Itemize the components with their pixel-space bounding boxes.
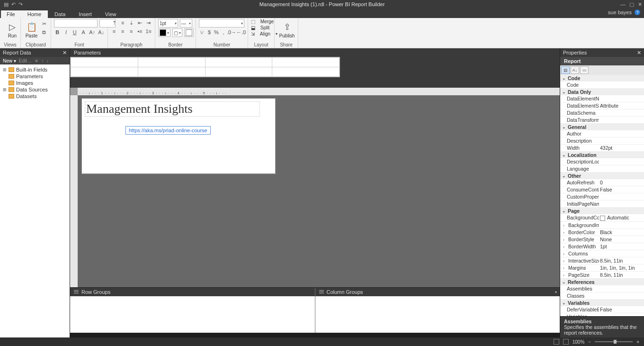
currency-icon[interactable]: $: [207, 28, 212, 36]
properties-close-icon[interactable]: ✕: [637, 50, 641, 56]
prop-row[interactable]: DataTransform: [560, 117, 644, 124]
design-view-icon[interactable]: [554, 339, 559, 345]
shrink-font-icon[interactable]: A↓: [98, 28, 105, 36]
fill-color-dropdown[interactable]: [184, 28, 194, 37]
properties-object[interactable]: Report: [560, 57, 644, 65]
prop-row[interactable]: DataElementStyleAttribute: [560, 102, 644, 109]
copy-icon[interactable]: ⧉: [40, 28, 48, 36]
report-body[interactable]: Management Insights https://aka.ms/priad…: [81, 98, 276, 174]
bold-button[interactable]: B: [54, 28, 61, 36]
prop-row[interactable]: BorderWidth1pt: [560, 243, 644, 250]
decrease-indent-icon[interactable]: ⇤: [137, 19, 143, 27]
close-icon[interactable]: ✕: [638, 1, 642, 8]
increase-indent-icon[interactable]: ⇥: [145, 19, 152, 27]
merge-button[interactable]: ⬚ Merge: [251, 19, 271, 24]
link-textbox[interactable]: https://aka.ms/priad-online-course: [125, 126, 211, 135]
zoom-out-icon[interactable]: −: [588, 339, 591, 345]
property-pages-icon[interactable]: ▭: [580, 66, 589, 74]
border-color-dropdown[interactable]: ▾: [158, 28, 170, 37]
align-button[interactable]: ⇲ Align ▾: [251, 31, 271, 36]
maximize-icon[interactable]: ▢: [629, 1, 634, 8]
font-family-input[interactable]: [54, 19, 98, 27]
help-icon[interactable]: ?: [635, 9, 640, 15]
title-textbox[interactable]: Management Insights: [85, 101, 260, 117]
prop-row[interactable]: DeferVariableEvaluationFalse: [560, 306, 644, 313]
prop-category[interactable]: ⌄Localization: [560, 152, 644, 158]
prop-category[interactable]: ⌄Data Only: [560, 89, 644, 95]
bullets-icon[interactable]: •≡: [136, 27, 143, 35]
increase-decimal-icon[interactable]: .0→: [228, 28, 235, 36]
border-style-dropdown[interactable]: —▾: [180, 19, 192, 27]
tab-insert[interactable]: Insert: [72, 10, 98, 18]
report-data-up-icon[interactable]: ↑: [41, 58, 44, 64]
prop-row[interactable]: Columns: [560, 250, 644, 257]
parameters-grid[interactable]: [70, 57, 340, 77]
report-data-tree[interactable]: ⊞Built-in Fields Parameters Images ⊞Data…: [0, 64, 70, 337]
prop-row[interactable]: BorderStyleNone: [560, 236, 644, 243]
prop-row[interactable]: Margins1in, 1in, 1in, 1in: [560, 264, 644, 272]
prop-category[interactable]: ⌄Page: [560, 208, 644, 214]
prop-row[interactable]: CustomProperties: [560, 193, 644, 200]
border-preset-dropdown[interactable]: ▢▾: [172, 28, 182, 37]
tab-view[interactable]: View: [98, 10, 123, 18]
font-color-icon[interactable]: A: [80, 28, 87, 36]
publish-button[interactable]: ⇪ Publish: [277, 19, 296, 41]
number-format-dropdown[interactable]: ▾: [199, 19, 244, 27]
italic-button[interactable]: I: [63, 28, 69, 36]
report-data-edit[interactable]: Edit…: [19, 58, 32, 64]
zoom-level[interactable]: 100%: [572, 339, 585, 345]
prop-row[interactable]: BackgroundImage: [560, 222, 644, 229]
numbering-icon[interactable]: 1≡: [145, 27, 152, 35]
align-left-icon[interactable]: ≡: [111, 27, 117, 35]
column-groups-body[interactable]: [315, 296, 560, 333]
prop-row[interactable]: AutoRefresh0: [560, 179, 644, 186]
align-middle-icon[interactable]: ≡: [119, 19, 126, 27]
split-button[interactable]: ⬓ Split: [251, 25, 271, 30]
properties-grid[interactable]: ⌄CodeCode⌄Data OnlyDataElementNameDataEl…: [560, 75, 644, 316]
tab-file[interactable]: File: [1, 10, 21, 18]
row-groups-body[interactable]: [70, 296, 315, 333]
report-data-down-icon[interactable]: ↓: [46, 58, 49, 64]
report-data-close-icon[interactable]: ✕: [63, 50, 67, 56]
align-center-icon[interactable]: ≡: [119, 27, 126, 35]
minimize-icon[interactable]: —: [620, 1, 626, 8]
save-icon[interactable]: ▤: [4, 1, 9, 8]
prop-category[interactable]: ⌄Variables: [560, 300, 644, 306]
design-canvas[interactable]: · · · ı · · · 1 · · · ı · · · 2 · · · ı …: [70, 88, 560, 287]
report-data-delete-icon[interactable]: ✕: [35, 58, 38, 64]
prop-row[interactable]: Description: [560, 137, 644, 145]
prop-row[interactable]: Author: [560, 130, 644, 137]
prop-row[interactable]: InitialPageName: [560, 200, 644, 208]
prop-category[interactable]: ⌄General: [560, 124, 644, 130]
user-name[interactable]: sue bayes: [608, 9, 632, 15]
prop-row[interactable]: Code: [560, 82, 644, 89]
paste-button[interactable]: 📋 Paste: [24, 19, 39, 41]
decrease-decimal-icon[interactable]: ←.0: [237, 28, 245, 36]
prop-row[interactable]: PageSize8.5in, 11in: [560, 272, 644, 279]
prop-category[interactable]: ⌄Code: [560, 75, 644, 82]
prop-row[interactable]: DataSchema: [560, 109, 644, 117]
prop-row[interactable]: Classes: [560, 292, 644, 300]
prop-category[interactable]: ⌄Other: [560, 173, 644, 179]
prop-row[interactable]: ConsumeContainerWhitespaceFalse: [560, 186, 644, 193]
border-width-dropdown[interactable]: 1pt▾: [158, 19, 178, 27]
report-data-new[interactable]: New ▾: [3, 58, 16, 64]
redo-icon[interactable]: ↷: [18, 1, 23, 8]
prop-row[interactable]: BackgroundColorAutomatic: [560, 214, 644, 222]
run-button[interactable]: ▷ Run: [3, 19, 22, 41]
cut-icon[interactable]: ✂: [40, 20, 48, 27]
zoom-in-icon[interactable]: +: [636, 339, 639, 345]
comma-icon[interactable]: ,: [221, 28, 226, 36]
prop-row[interactable]: BorderColorBlack: [560, 229, 644, 236]
prop-row[interactable]: Assemblies: [560, 285, 644, 292]
currency-dropdown-icon[interactable]: ⩒: [199, 28, 205, 36]
grow-font-icon[interactable]: A↑: [89, 28, 96, 36]
undo-icon[interactable]: ↶: [11, 1, 16, 8]
tab-data[interactable]: Data: [48, 10, 72, 18]
zoom-slider[interactable]: [595, 341, 633, 342]
percent-icon[interactable]: %: [214, 28, 219, 36]
categorized-icon[interactable]: ▤: [561, 66, 570, 74]
prop-row[interactable]: DataElementName: [560, 95, 644, 102]
prop-row[interactable]: Width432pt: [560, 145, 644, 152]
alphabetical-icon[interactable]: A↓: [571, 66, 579, 74]
